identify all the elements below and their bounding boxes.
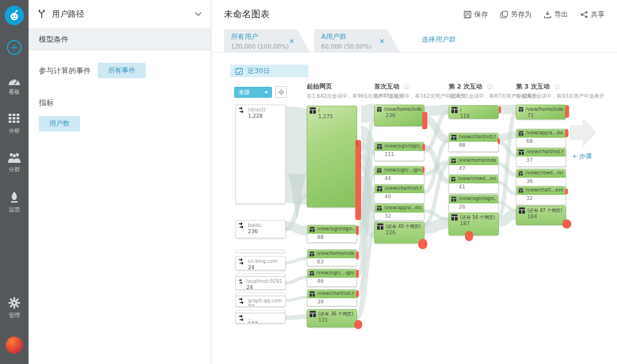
node-label: /: [460, 107, 462, 113]
sidebar-item-analytics[interactable]: 分析: [8, 113, 21, 135]
path-node[interactable]: /116: [448, 105, 499, 119]
node-value: 116: [451, 113, 496, 119]
chevron-down-icon[interactable]: [195, 12, 202, 17]
column-header: 起始网页在1,642次会话中，有965次用户中途离开: [307, 82, 381, 100]
path-node[interactable]: /view/sign/…ignup.html44: [374, 166, 424, 185]
date-range-button[interactable]: 近30日: [230, 65, 308, 77]
path-node[interactable]: (还有 40 个网页)226: [374, 222, 424, 243]
node-value: 24: [248, 265, 278, 270]
dropoff-indicator: [356, 251, 359, 259]
dropoff-indicator: [498, 138, 500, 144]
path-node[interactable]: /view/app/a…dist.html32: [374, 203, 424, 221]
add-icon[interactable]: +: [7, 40, 22, 55]
dropoff-indicator: [465, 231, 473, 241]
app-logo[interactable]: [5, 6, 24, 25]
segment-tabbar: 所有用户 120,000 (100.00%) × A用户群 60,000 (50…: [211, 29, 617, 53]
sidebar-item-label: 管理: [9, 311, 20, 319]
path-node[interactable]: /view/sign/…ignup.html46: [307, 269, 357, 287]
node-value: 111: [375, 151, 424, 158]
node-value: 88: [307, 234, 356, 241]
column-header: 首次互动ⓘ在677次会话中，有162次用户中途离开: [374, 82, 448, 100]
path-node[interactable]: (还有 36 个网页)131: [307, 309, 357, 327]
save-icon: [464, 11, 471, 18]
node-label: /view/app/a…dist.html: [526, 131, 563, 136]
path-node[interactable]: (还有 47 个网页)184: [516, 206, 566, 225]
info-icon[interactable]: ⓘ: [404, 83, 410, 91]
page-icon: [519, 187, 523, 194]
info-icon[interactable]: ⓘ: [487, 83, 492, 91]
main-header: 未命名图表 保存 另存为: [211, 0, 617, 29]
path-node[interactable]: cn.bing.com24: [235, 256, 286, 270]
column-stats: 在677次会话中，有162次用户中途离开: [374, 93, 448, 100]
path-node[interactable]: /view/chart/list.html39: [307, 289, 357, 306]
operations-icon: [9, 191, 19, 203]
page-icon: [451, 214, 458, 221]
path-node[interactable]: /view/home/index.html71: [516, 105, 566, 119]
page-icon: [377, 167, 382, 174]
page-icon: [310, 226, 315, 233]
path-node[interactable]: (direct)1,228: [235, 105, 286, 204]
node-value: 44: [375, 175, 424, 182]
page-icon: [310, 270, 314, 277]
node-value: 226: [377, 230, 422, 235]
node-value: 36: [516, 178, 566, 185]
node-value: 131: [310, 317, 354, 323]
node-label: …: [248, 315, 258, 321]
export-button[interactable]: 导出: [544, 10, 568, 19]
sidebar-item-label: 分群: [9, 166, 20, 174]
save-button[interactable]: 保存: [464, 10, 488, 19]
path-node[interactable]: /view/chart/list.html40: [374, 184, 424, 203]
path-node[interactable]: /view/home/index.html47: [448, 156, 499, 175]
tab-segment-a[interactable]: A用户群 60,000 (50.00%) ×: [314, 29, 400, 52]
sidebar-item-dashboard[interactable]: 看板: [7, 74, 21, 96]
node-label: /view/chart/list.html: [317, 291, 354, 297]
select-segment-link[interactable]: 选择用户群: [422, 35, 456, 45]
main-area: 未命名图表 保存 另存为: [211, 0, 617, 364]
path-node[interactable]: graph.qq.com23: [235, 295, 286, 307]
close-icon[interactable]: ×: [379, 37, 385, 45]
settings-button[interactable]: [275, 86, 287, 98]
path-node[interactable]: /view/home/index.html236: [374, 105, 424, 126]
path-node[interactable]: /1,275: [307, 106, 357, 207]
page-icon: [519, 130, 523, 137]
add-step-link[interactable]: + 步骤: [572, 152, 592, 161]
path-node[interactable]: localhost:929124: [235, 276, 286, 290]
dimension-select[interactable]: 来源: [234, 87, 272, 98]
close-icon[interactable]: ×: [289, 37, 295, 45]
user-avatar[interactable]: [6, 337, 23, 354]
path-node[interactable]: /view/app/a…dist.html68: [516, 129, 566, 148]
node-value: 68: [516, 138, 566, 145]
save-as-button[interactable]: 另存为: [500, 10, 531, 19]
source-arrow-icon: [239, 315, 245, 322]
path-node[interactable]: /view/crowd…index.html41: [448, 174, 499, 194]
path-node[interactable]: /view/crowd…index.html36: [516, 169, 566, 187]
path-node[interactable]: /view/home/index.html63: [307, 249, 357, 266]
path-branch-icon: [38, 10, 46, 19]
panel-header[interactable]: 用户路径: [29, 0, 211, 29]
info-icon[interactable]: ⓘ: [554, 83, 560, 91]
path-node[interactable]: /view/sign/login.html111: [374, 142, 424, 161]
path-node[interactable]: /view/sign/login.html26: [448, 194, 499, 214]
path-node[interactable]: /view/chart/list.html37: [516, 147, 566, 167]
path-node[interactable]: /view/chart…event.html32: [516, 186, 566, 205]
page-icon: [451, 176, 455, 182]
sidebar-item-operations[interactable]: 运营: [9, 191, 20, 214]
sidebar-item-segments[interactable]: 分群: [7, 152, 21, 174]
path-node[interactable]: …107: [235, 313, 286, 323]
node-label: /view/home/index.html: [384, 107, 422, 112]
sidebar-item-manage[interactable]: 管理: [8, 297, 21, 319]
tab-all-users[interactable]: 所有用户 120,000 (100.00%) ×: [224, 29, 310, 52]
path-node[interactable]: (还有 54 个网页)187: [448, 213, 499, 235]
dropoff-indicator: [499, 106, 501, 113]
column-title: 第 3 次互动: [516, 82, 550, 91]
event-filter-button[interactable]: 所有事件: [98, 63, 146, 78]
icon-rail: + 看板 分析 分群: [0, 0, 29, 364]
node-label: /view/crowd…index.html: [458, 177, 496, 182]
node-label: /view/chart…event.html: [526, 188, 563, 193]
path-node[interactable]: /view/chart/list.html98: [448, 133, 499, 152]
node-value: 1,228: [248, 113, 266, 119]
metric-button[interactable]: 用户数: [39, 116, 80, 131]
path-node[interactable]: baidu236: [235, 220, 286, 238]
share-button[interactable]: 共享: [580, 10, 604, 19]
path-node[interactable]: /view/sign/login.html88: [307, 225, 357, 243]
